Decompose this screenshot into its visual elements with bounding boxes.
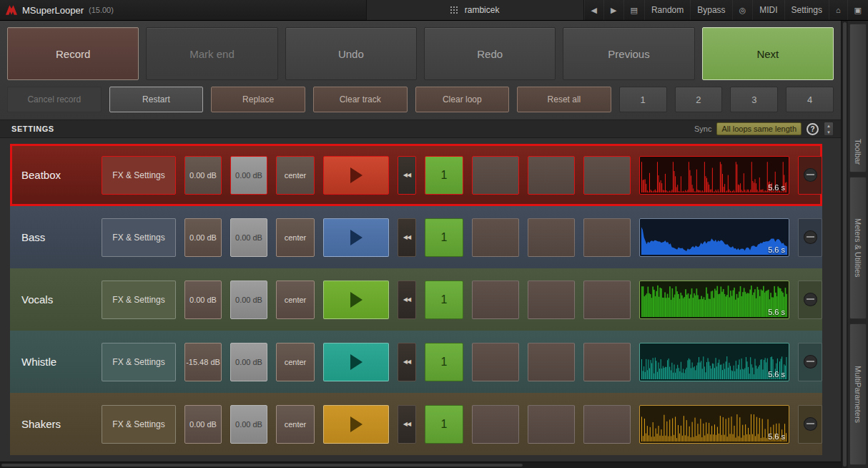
fx-settings-button[interactable]: FX & Settings — [102, 281, 176, 319]
volume-value[interactable]: 0.00 dB — [184, 218, 222, 257]
mark-end-button[interactable]: Mark end — [146, 27, 277, 80]
settings-button[interactable]: Settings — [784, 0, 829, 20]
melda-logo-icon[interactable] — [6, 5, 17, 15]
horizontal-scrollbar-thumb[interactable] — [1, 464, 523, 467]
clear-track-button[interactable]: Clear track — [313, 87, 408, 112]
pan-value[interactable]: center — [276, 405, 315, 444]
waveform-display[interactable]: 5.6 s — [639, 281, 789, 319]
rewind-button[interactable]: ◀◀ — [398, 218, 416, 257]
vertical-scrollbar[interactable] — [841, 21, 848, 468]
loop-slot-3-button[interactable] — [528, 218, 575, 257]
play-button[interactable] — [323, 405, 389, 444]
redo-button[interactable]: Redo — [424, 27, 556, 80]
home-icon[interactable]: ⌂ — [829, 0, 847, 20]
volume-value[interactable]: -15.48 dB — [184, 343, 222, 381]
fx-settings-button[interactable]: FX & Settings — [102, 156, 176, 195]
volume2-value[interactable]: 0.00 dB — [230, 281, 267, 319]
waveform-display[interactable]: 5.6 s — [639, 218, 789, 257]
loop-1-button[interactable]: 1 — [425, 343, 463, 381]
fx-settings-button[interactable]: FX & Settings — [102, 218, 176, 257]
stepper-down-icon[interactable]: ▼ — [824, 129, 833, 135]
loop-select-1-button[interactable]: 1 — [619, 87, 667, 112]
sync-mode-select[interactable]: All loops same length — [716, 122, 802, 135]
loop-slot-2-button[interactable] — [472, 156, 519, 195]
track-name[interactable]: Vocals — [21, 293, 93, 306]
track-name[interactable]: Beatbox — [21, 169, 93, 181]
midi-button[interactable]: MIDI — [752, 0, 784, 20]
rewind-button[interactable]: ◀◀ — [398, 343, 416, 381]
replace-button[interactable]: Replace — [211, 87, 305, 112]
random-button[interactable]: Random — [644, 0, 690, 20]
undo-button[interactable]: Undo — [285, 27, 417, 80]
remove-track-button[interactable] — [798, 405, 822, 444]
volume2-value[interactable]: 0.00 dB — [230, 156, 267, 195]
rewind-button[interactable]: ◀◀ — [398, 281, 416, 319]
reset-all-button[interactable]: Reset all — [517, 87, 611, 112]
track-name[interactable]: Bass — [21, 231, 93, 243]
loop-slot-3-button[interactable] — [528, 156, 575, 195]
loop-slot-2-button[interactable] — [472, 343, 519, 381]
waveform-display[interactable]: 5.6 s — [639, 343, 789, 381]
tab-multiparameters[interactable]: MultiParameters — [849, 323, 867, 465]
preset-bar[interactable]: rambicek — [366, 0, 584, 20]
remove-track-button[interactable] — [798, 218, 822, 257]
pan-value[interactable]: center — [276, 156, 315, 195]
loop-select-4-button[interactable]: 4 — [786, 87, 834, 112]
pan-value[interactable]: center — [276, 281, 315, 319]
volume2-value[interactable]: 0.00 dB — [230, 405, 267, 444]
loop-select-2-button[interactable]: 2 — [675, 87, 723, 112]
track-name[interactable]: Shakers — [21, 418, 93, 430]
rewind-button[interactable]: ◀◀ — [398, 405, 416, 444]
play-button[interactable] — [323, 281, 389, 319]
remove-track-button[interactable] — [798, 343, 822, 381]
rewind-button[interactable]: ◀◀ — [398, 156, 416, 195]
loop-slot-2-button[interactable] — [472, 218, 519, 257]
bypass-button[interactable]: Bypass — [690, 0, 731, 20]
loop-slot-4-button[interactable] — [583, 405, 631, 444]
tab-meters-utilities[interactable]: Meters & Utilities — [849, 177, 867, 318]
previous-preset-button[interactable]: ◀ — [584, 0, 603, 20]
record-button[interactable]: Record — [7, 27, 139, 80]
loop-slot-2-button[interactable] — [472, 405, 519, 444]
horizontal-scrollbar[interactable] — [0, 462, 841, 468]
loop-1-button[interactable]: 1 — [425, 156, 463, 195]
play-button[interactable] — [323, 218, 389, 257]
fx-settings-button[interactable]: FX & Settings — [102, 343, 176, 381]
loop-select-3-button[interactable]: 3 — [730, 87, 778, 112]
loop-slot-3-button[interactable] — [528, 281, 575, 319]
loop-slot-2-button[interactable] — [472, 281, 519, 319]
vertical-scrollbar-thumb[interactable] — [843, 22, 847, 467]
loop-count-stepper[interactable]: ▲ ▼ — [824, 122, 834, 136]
presets-list-icon[interactable]: ▤ — [623, 0, 644, 20]
loop-slot-4-button[interactable] — [583, 218, 631, 257]
preset-grid-icon[interactable] — [450, 6, 458, 14]
cancel-record-button[interactable]: Cancel record — [7, 87, 102, 112]
stepper-up-icon[interactable]: ▲ — [824, 122, 833, 129]
loop-1-button[interactable]: 1 — [425, 405, 463, 444]
pan-value[interactable]: center — [276, 218, 315, 257]
play-button[interactable] — [323, 343, 389, 381]
loop-1-button[interactable]: 1 — [425, 281, 463, 319]
volume-value[interactable]: 0.00 dB — [184, 281, 222, 319]
volume-value[interactable]: 0.00 dB — [184, 156, 222, 195]
previous-button[interactable]: Previous — [563, 27, 694, 80]
volume-value[interactable]: 0.00 dB — [184, 405, 222, 444]
loop-slot-4-button[interactable] — [583, 156, 631, 195]
globe-icon[interactable]: ◎ — [732, 0, 753, 20]
loop-slot-4-button[interactable] — [583, 281, 631, 319]
volume2-value[interactable]: 0.00 dB — [230, 218, 267, 257]
waveform-display[interactable]: 5.6 s — [639, 156, 789, 195]
loop-slot-3-button[interactable] — [528, 343, 575, 381]
play-button[interactable] — [323, 156, 389, 195]
pan-value[interactable]: center — [276, 343, 315, 381]
track-name[interactable]: Whistle — [21, 356, 93, 368]
waveform-display[interactable]: 5.6 s — [639, 405, 789, 444]
help-icon[interactable]: ? — [807, 123, 819, 135]
tab-toolbar[interactable]: Toolbar — [849, 24, 867, 172]
volume2-value[interactable]: 0.00 dB — [230, 343, 267, 381]
loop-slot-4-button[interactable] — [583, 343, 631, 381]
fx-settings-button[interactable]: FX & Settings — [102, 405, 176, 444]
loop-slot-3-button[interactable] — [528, 405, 575, 444]
loop-1-button[interactable]: 1 — [425, 218, 463, 257]
preset-name[interactable]: rambicek — [465, 5, 500, 15]
